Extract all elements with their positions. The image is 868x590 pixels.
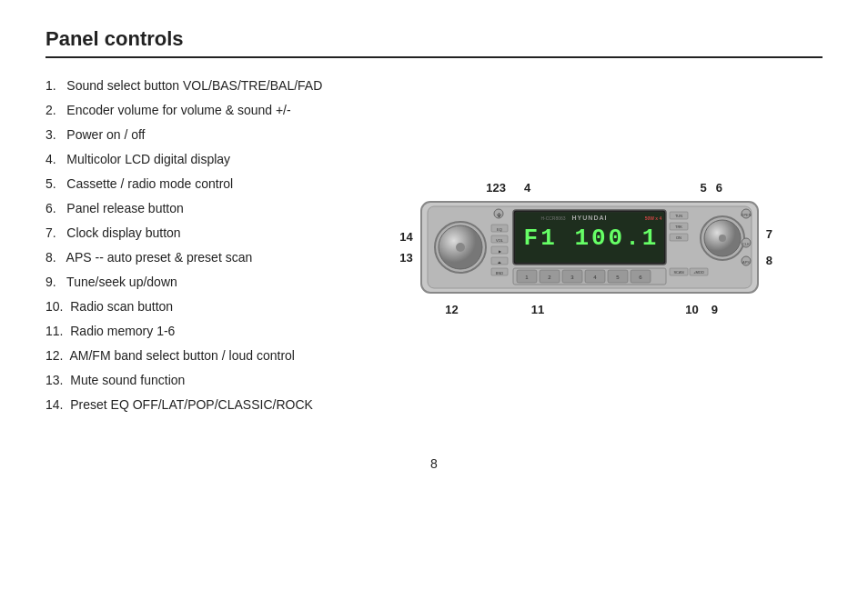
diagram-container: 1 2 3 4 5 6 14 13 xyxy=(399,181,772,316)
item-text: APS -- auto preset & preset scan xyxy=(66,250,253,265)
diag-label-12: 12 xyxy=(445,303,458,316)
item-num: 9. xyxy=(45,275,63,289)
item-num: 5. xyxy=(45,176,63,191)
svg-text:EQ: EQ xyxy=(497,227,502,232)
page-title: Panel controls xyxy=(45,27,823,58)
svg-text:F1 100.1: F1 100.1 xyxy=(523,225,659,252)
svg-text:CLK: CLK xyxy=(742,242,750,246)
item-num: 2. xyxy=(45,103,63,117)
svg-text:OPEN: OPEN xyxy=(741,213,751,217)
item-text: Power on / off xyxy=(66,127,145,142)
svg-text:⏏: ⏏ xyxy=(498,260,501,265)
diag-label-10: 10 xyxy=(685,303,698,316)
item-text: Radio memory 1-6 xyxy=(70,324,175,338)
diag-label-14: 14 xyxy=(399,230,412,244)
controls-list: 1. Sound select button VOL/BAS/TRE/BAL/F… xyxy=(45,76,322,415)
item-text: Sound select button VOL/BAS/TRE/BAL/FAD xyxy=(66,78,322,93)
diag-label-5: 5 xyxy=(701,181,707,195)
item-text: Clock display button xyxy=(66,225,180,240)
item-text: Mute sound function xyxy=(70,373,185,387)
diag-label-4: 4 xyxy=(524,181,530,195)
diag-label-6: 6 xyxy=(716,181,722,195)
list-item: 12. AM/FM band select button / loud cont… xyxy=(45,346,322,365)
svg-text:HYUNDAI: HYUNDAI xyxy=(571,215,607,221)
svg-text:ON: ON xyxy=(676,235,681,240)
item-num: 12. xyxy=(45,348,66,363)
item-text: Cassette / radio mode control xyxy=(66,176,233,191)
item-text: Preset EQ OFF/LAT/POP/CLASSIC/ROCK xyxy=(70,397,313,412)
svg-text:APS: APS xyxy=(742,260,750,265)
svg-point-4 xyxy=(456,243,465,252)
item-text: AM/FM band select button / loud control xyxy=(69,348,294,363)
svg-point-48 xyxy=(719,235,726,242)
item-num: 1. xyxy=(45,78,63,93)
item-text: Encoder volume for volume & sound +/- xyxy=(66,103,290,117)
diag-label-2: 2 xyxy=(493,181,500,195)
svg-text:VOL: VOL xyxy=(496,238,504,243)
item-num: 14. xyxy=(45,397,66,412)
list-item: 11. Radio memory 1-6 xyxy=(45,322,322,341)
list-item: 5. Cassette / radio mode control xyxy=(45,175,322,194)
item-num: 11. xyxy=(45,324,66,338)
item-text: Multicolor LCD digital display xyxy=(66,152,230,166)
list-item: 8. APS -- auto preset & preset scan xyxy=(45,248,322,267)
item-num: 6. xyxy=(45,201,63,215)
svg-text:H-CCR8063: H-CCR8063 xyxy=(540,215,565,221)
item-text: Panel release button xyxy=(66,201,183,215)
list-item: 4. Multicolor LCD digital display xyxy=(45,150,322,169)
item-num: 10. xyxy=(45,299,66,314)
list-item: 9. Tune/seek up/down xyxy=(45,273,322,292)
list-item: 10. Radio scan button xyxy=(45,297,322,316)
item-num: 4. xyxy=(45,152,63,166)
item-num: 8. xyxy=(45,250,63,265)
diag-label-9: 9 xyxy=(712,303,718,316)
item-num: 13. xyxy=(45,373,66,387)
diag-label-8: 8 xyxy=(766,254,772,267)
list-item: 14. Preset EQ OFF/LAT/POP/CLASSIC/ROCK xyxy=(45,395,322,415)
list-item: 6. Panel release button xyxy=(45,199,322,218)
svg-text:SCAN: SCAN xyxy=(673,270,683,275)
svg-text:+MOD: +MOD xyxy=(693,270,704,275)
content-area: 1. Sound select button VOL/BAS/TRE/BAL/F… xyxy=(45,76,823,420)
radio-diagram-svg: ⏻ EQ VOL ▶ ⏏ BND xyxy=(417,197,762,297)
list-item: 7. Clock display button xyxy=(45,224,322,243)
diag-label-11: 11 xyxy=(531,303,544,316)
svg-text:⏻: ⏻ xyxy=(496,212,500,217)
item-text: Tune/seek up/down xyxy=(66,275,177,289)
list-item: 1. Sound select button VOL/BAS/TRE/BAL/F… xyxy=(45,76,322,95)
list-item: 3. Power on / off xyxy=(45,125,322,145)
item-num: 7. xyxy=(45,225,63,240)
item-text: Radio scan button xyxy=(70,299,173,314)
item-num: 3. xyxy=(45,127,63,142)
diag-label-7: 7 xyxy=(766,227,772,241)
list-item: 13. Mute sound function xyxy=(45,371,322,390)
list-item: 2. Encoder volume for volume & sound +/- xyxy=(45,101,322,120)
controls-list-container: 1. Sound select button VOL/BAS/TRE/BAL/F… xyxy=(45,76,322,420)
svg-text:TRK: TRK xyxy=(675,225,682,229)
svg-text:50W x 4: 50W x 4 xyxy=(644,215,661,221)
diag-label-1: 1 xyxy=(486,181,492,195)
diag-label-3: 3 xyxy=(500,181,506,195)
diag-label-13: 13 xyxy=(399,251,412,265)
svg-text:TUN: TUN xyxy=(675,214,682,218)
diagram-area: 1 2 3 4 5 6 14 13 xyxy=(349,76,823,420)
page-number: 8 xyxy=(45,456,823,471)
svg-text:BND: BND xyxy=(496,271,504,275)
